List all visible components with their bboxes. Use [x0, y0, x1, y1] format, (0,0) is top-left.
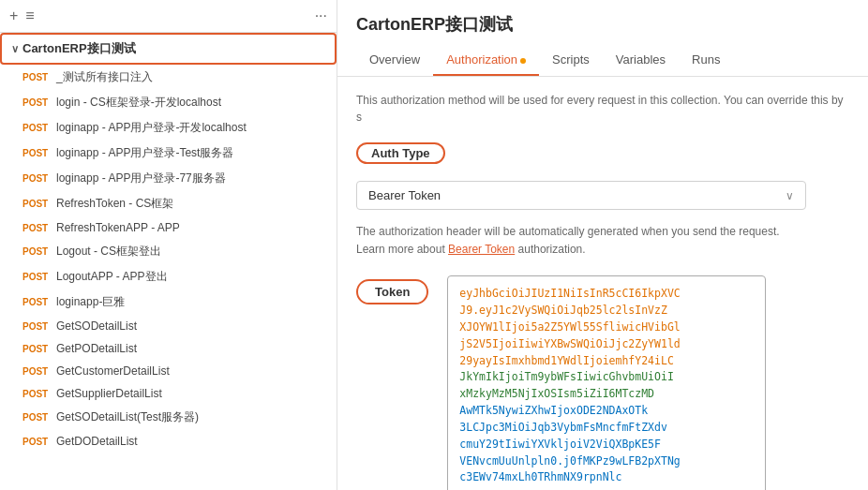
item-label: loginapp-巨雅 [56, 294, 125, 310]
list-item[interactable]: POST RefreshToken - CS框架 [0, 191, 337, 216]
method-badge: POST [22, 366, 51, 377]
list-item[interactable]: POST GetSupplierDetailList [0, 382, 337, 405]
method-badge: POST [22, 123, 51, 133]
tab-authorization[interactable]: Authorization [433, 45, 539, 76]
method-badge: POST [22, 246, 51, 257]
list-item[interactable]: POST GetDODetailList [0, 430, 337, 453]
auth-type-select[interactable]: Bearer Token ∨ [356, 181, 806, 210]
main-content: CartonERP接口测试 Overview Authorization Scr… [337, 0, 868, 490]
auth-type-row: Bearer Token ∨ [356, 181, 849, 210]
item-label: login - CS框架登录-开发localhost [56, 95, 221, 111]
list-item[interactable]: POST LogoutAPP - APP登出 [0, 264, 337, 290]
tab-variables[interactable]: Variables [603, 45, 679, 76]
item-label: RefreshToken - CS框架 [56, 196, 173, 212]
token-label: Token [356, 279, 428, 304]
list-item[interactable]: POST GetPODetailList [0, 337, 337, 360]
item-label: GetSODetailList [56, 319, 137, 333]
token-text-green: JkYmIkIjoiTm9ybWFsIiwicGhvbmUiOiIxMzkyMz… [459, 370, 673, 400]
token-value[interactable]: eyJhbGciOiJIUzI1NiIsInR5cCI6IkpXVCJ9.eyJ… [447, 275, 766, 490]
list-item[interactable]: POST GetCustomerDetailList [0, 360, 337, 382]
item-label: GetCustomerDetailList [56, 364, 170, 378]
method-badge: POST [22, 297, 51, 307]
collection-header[interactable]: ∨ CartonERP接口测试 [0, 33, 337, 65]
item-label: RefreshTokenAPP - APP [56, 221, 180, 234]
add-icon[interactable]: + [9, 7, 18, 24]
collection-info-text: This authorization method will be used f… [356, 92, 849, 126]
token-text-blue: AwMTk5NywiZXhwIjoxODE2NDAxOTk3LCJpc3MiOi… [459, 404, 680, 483]
tab-overview[interactable]: Overview [356, 45, 433, 76]
list-item[interactable]: POST GetSODetailList [0, 315, 337, 337]
item-label: Logout - CS框架登出 [56, 244, 161, 260]
item-label: LogoutAPP - APP登出 [56, 269, 168, 285]
filter-icon[interactable]: ≡ [25, 7, 34, 24]
bearer-token-link[interactable]: Bearer Token [448, 243, 515, 256]
tab-scripts[interactable]: Scripts [539, 45, 603, 76]
method-badge: POST [22, 223, 51, 233]
sidebar-toolbar: + ≡ ··· [0, 0, 337, 33]
chevron-down-icon: ∨ [786, 189, 794, 202]
token-row: Token eyJhbGciOiJIUzI1NiIsInR5cCI6IkpXVC… [356, 275, 849, 490]
method-badge: POST [22, 321, 51, 332]
method-badge: POST [22, 148, 51, 158]
list-item[interactable]: POST loginapp - APP用户登录-开发localhost [0, 115, 337, 141]
auth-type-value: Bearer Token [368, 188, 441, 202]
list-item[interactable]: POST _测试所有接口注入 [0, 65, 337, 90]
method-badge: POST [22, 389, 51, 399]
method-badge: POST [22, 97, 51, 108]
method-badge: POST [22, 173, 51, 184]
list-item[interactable]: POST GetSODetailList(Test服务器) [0, 405, 337, 430]
method-badge: POST [22, 412, 51, 423]
main-body: This authorization method will be used f… [337, 77, 868, 490]
item-label: loginapp - APP用户登录-Test服务器 [56, 145, 233, 161]
list-item[interactable]: POST loginapp - APP用户登录-77服务器 [0, 166, 337, 191]
collection-chevron: ∨ [11, 43, 19, 55]
item-label: GetPODetailList [56, 342, 137, 355]
auth-type-label: Auth Type [356, 142, 445, 164]
tab-dot [520, 58, 526, 64]
method-badge: POST [22, 437, 51, 447]
sidebar: + ≡ ··· ∨ CartonERP接口测试 POST _测试所有接口注入 P… [0, 0, 337, 490]
token-text: eyJhbGciOiJIUzI1NiIsInR5cCI6IkpXVCJ9.eyJ… [459, 287, 680, 366]
auth-info-text: The authorization header will be automat… [356, 223, 849, 259]
method-badge: POST [22, 72, 51, 82]
list-item[interactable]: POST Logout - CS框架登出 [0, 239, 337, 264]
list-item[interactable]: POST login - CS框架登录-开发localhost [0, 90, 337, 115]
item-label: _测试所有接口注入 [56, 69, 153, 85]
item-label: GetDODetailList [56, 435, 138, 448]
collection-title: CartonERP接口测试 [22, 40, 136, 57]
item-label: GetSODetailList(Test服务器) [56, 409, 199, 425]
tabs-bar: Overview Authorization Scripts Variables… [356, 45, 849, 76]
list-item[interactable]: POST loginapp - APP用户登录-Test服务器 [0, 141, 337, 166]
sidebar-list: POST _测试所有接口注入 POST login - CS框架登录-开发loc… [0, 65, 337, 490]
list-item[interactable]: POST loginapp-巨雅 [0, 290, 337, 315]
method-badge: POST [22, 199, 51, 209]
list-item[interactable]: POST RefreshTokenAPP - APP [0, 216, 337, 239]
page-title: CartonERP接口测试 [356, 13, 849, 36]
method-badge: POST [22, 344, 51, 354]
item-label: GetSupplierDetailList [56, 387, 162, 400]
collection-group: ∨ CartonERP接口测试 [0, 33, 337, 65]
item-label: loginapp - APP用户登录-开发localhost [56, 120, 247, 136]
method-badge: POST [22, 272, 51, 282]
item-label: loginapp - APP用户登录-77服务器 [56, 171, 226, 186]
tab-runs[interactable]: Runs [679, 45, 733, 76]
main-header: CartonERP接口测试 Overview Authorization Scr… [337, 0, 868, 77]
more-icon[interactable]: ··· [315, 7, 327, 24]
